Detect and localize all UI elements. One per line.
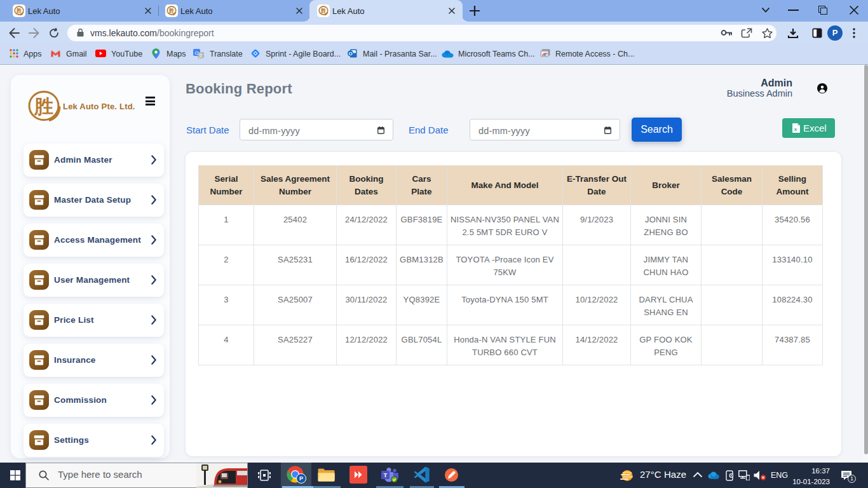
svg-text:胜: 胜 [320,8,327,14]
svg-text:文: 文 [198,53,203,58]
svg-text:T: T [384,471,388,478]
svg-text:胜: 胜 [16,8,22,14]
svg-text:胜: 胜 [34,96,53,117]
svg-text:胜: 胜 [168,8,175,14]
svg-text:x: x [794,126,797,132]
svg-text:O: O [348,51,352,57]
